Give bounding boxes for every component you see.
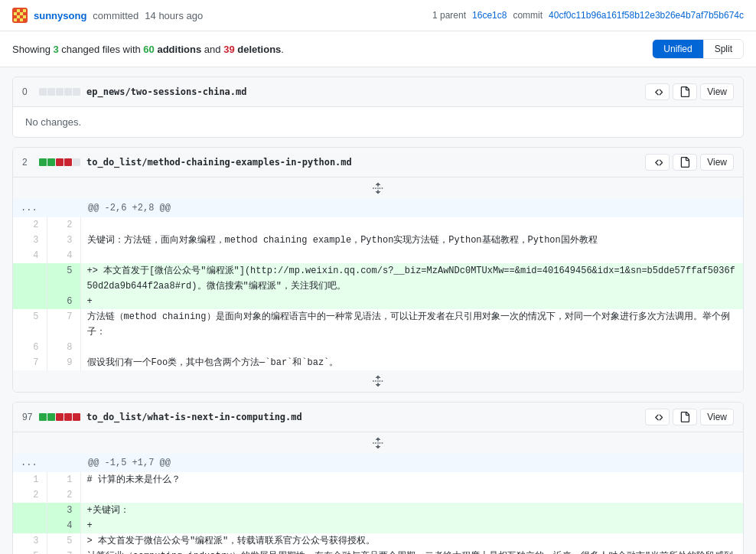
file-path: to_do_list/method-chaining-examples-in-p… <box>86 157 352 168</box>
line-content <box>80 487 743 503</box>
additions-label: additions <box>157 44 201 55</box>
commit-label: commit <box>513 10 543 21</box>
line-content: 计算行业（computing industry）的发展呈周期性，存在金融与产品两… <box>80 549 743 554</box>
diff-line: 33关键词：方法链，面向对象编程，method chaining example… <box>13 233 743 248</box>
code-view-button[interactable] <box>645 154 670 171</box>
svg-rect-14 <box>20 18 23 21</box>
line-content: > 本文首发于微信公众号"编程派"，转载请联系官方公众号获得授权。 <box>80 533 743 549</box>
old-line-num: 7 <box>13 355 47 370</box>
file-view-button[interactable] <box>673 83 697 100</box>
period-text: . <box>281 44 284 55</box>
commit-username[interactable]: sunnysong <box>34 10 86 21</box>
file-header-2: 97to_do_list/what-is-next-in-computing.m… <box>13 402 743 432</box>
file-view-button[interactable] <box>673 154 697 171</box>
file-block-0: 0ep_news/two-sessions-china.mdViewNo cha… <box>12 77 744 138</box>
svg-rect-10 <box>20 15 23 18</box>
svg-rect-8 <box>14 15 17 18</box>
unified-button[interactable]: Unified <box>653 40 703 58</box>
parent-hash-link[interactable]: 16ce1c8 <box>472 10 507 21</box>
svg-rect-6 <box>20 12 23 15</box>
line-content: + <box>80 294 743 309</box>
commit-time: 14 hours ago <box>145 10 203 21</box>
file-block-1: 2to_do_list/method-chaining-examples-in-… <box>12 147 744 393</box>
line-content <box>80 217 743 233</box>
file-path: ep_news/two-sessions-china.md <box>86 86 247 97</box>
view-file-button[interactable]: View <box>700 83 734 100</box>
no-changes-message: No changes. <box>13 107 743 137</box>
changed-files-count: 3 <box>54 44 59 55</box>
new-line-num: 9 <box>47 355 80 370</box>
expander-top[interactable] <box>13 178 743 199</box>
diff-line: 22 <box>13 217 743 233</box>
new-line-num: 8 <box>47 340 80 355</box>
line-content: # 计算的未来是什么？ <box>80 472 743 487</box>
new-line-num: 2 <box>47 217 80 233</box>
commit-hash-link[interactable]: 40cf0c11b96a161f58b12e3b26e4b7af7b5b674c <box>549 10 744 21</box>
file-changed-num: 2 <box>22 157 33 168</box>
file-actions: View <box>645 154 734 171</box>
file-changed-num: 97 <box>22 412 33 422</box>
additions-count: 60 <box>143 44 154 55</box>
old-line-num: 5 <box>13 549 47 554</box>
new-line-num: 4 <box>47 518 80 533</box>
diff-line: 57计算行业（computing industry）的发展呈周期性，存在金融与产… <box>13 549 743 554</box>
commit-action: committed <box>93 10 138 21</box>
parent-label: 1 parent <box>432 10 466 21</box>
old-line-num: 3 <box>13 233 47 248</box>
line-content: +关键词： <box>80 503 743 518</box>
diff-table: ...@@ -1,5 +1,7 @@11# 计算的未来是什么？223+关键词：4… <box>13 432 743 554</box>
diff-stat-bar <box>39 158 80 166</box>
file-actions: View <box>645 409 734 425</box>
commit-header: sunnysong committed 14 hours ago 1 paren… <box>0 0 756 31</box>
svg-rect-4 <box>14 12 17 15</box>
diff-line: 35> 本文首发于微信公众号"编程派"，转载请联系官方公众号获得授权。 <box>13 533 743 549</box>
code-view-button[interactable] <box>645 409 670 425</box>
new-line-num: 3 <box>47 503 80 518</box>
diff-line: 79假设我们有一个Foo类，其中包含两个方法—`bar`和`baz`。 <box>13 355 743 370</box>
view-file-button[interactable]: View <box>700 154 734 171</box>
diff-table: ...@@ -2,6 +2,8 @@2233关键词：方法链，面向对象编程，met… <box>13 178 743 392</box>
svg-rect-2 <box>20 9 23 12</box>
old-line-num: 6 <box>13 340 47 355</box>
new-line-num: 5 <box>47 263 80 294</box>
file-header-1: 2to_do_list/method-chaining-examples-in-… <box>13 148 743 178</box>
split-button[interactable]: Split <box>704 40 743 58</box>
old-line-num: 5 <box>13 309 47 340</box>
line-content: 关键词：方法链，面向对象编程，method chaining example，P… <box>80 233 743 248</box>
expander-top[interactable] <box>13 432 743 454</box>
hunk-header: ...@@ -1,5 +1,7 @@ <box>13 454 743 472</box>
commit-meta: 1 parent 16ce1c8 commit 40cf0c11b96a161f… <box>432 10 744 21</box>
svg-rect-9 <box>17 15 20 18</box>
line-content <box>80 248 743 263</box>
new-line-num: 4 <box>47 248 80 263</box>
line-content: 假设我们有一个Foo类，其中包含两个方法—`bar`和`baz`。 <box>80 355 743 370</box>
svg-rect-1 <box>17 9 20 12</box>
new-line-num: 7 <box>47 549 80 554</box>
svg-rect-0 <box>14 9 17 12</box>
code-view-button[interactable] <box>645 83 670 100</box>
diff-line: 3+关键词： <box>13 503 743 518</box>
view-toggle: Unified Split <box>652 39 744 59</box>
line-content: + <box>80 518 743 533</box>
old-line-num: 4 <box>13 248 47 263</box>
svg-rect-15 <box>23 18 26 21</box>
diff-line: 22 <box>13 487 743 503</box>
new-line-num: 6 <box>47 294 80 309</box>
svg-rect-5 <box>17 12 20 15</box>
line-content: 方法链（method chaining）是面向对象的编程语言中的一种常见语法，可… <box>80 309 743 340</box>
svg-rect-12 <box>14 18 17 21</box>
diff-line: 57方法链（method chaining）是面向对象的编程语言中的一种常见语法… <box>13 309 743 340</box>
old-line-num: 1 <box>13 472 47 487</box>
svg-rect-7 <box>23 12 26 15</box>
file-changed-num: 0 <box>22 86 33 97</box>
old-line-num <box>13 518 47 533</box>
diff-line: 5+> 本文首发于[微信公众号"编程派"](http://mp.weixin.q… <box>13 263 743 294</box>
new-line-num: 2 <box>47 487 80 503</box>
expander-bottom[interactable] <box>13 370 743 392</box>
changed-files-label: changed files <box>61 44 120 55</box>
view-file-button[interactable]: View <box>700 409 734 425</box>
file-view-button[interactable] <box>673 409 697 425</box>
file-block-2: 97to_do_list/what-is-next-in-computing.m… <box>12 402 744 554</box>
line-content <box>80 340 743 355</box>
diff-line: 6+ <box>13 294 743 309</box>
